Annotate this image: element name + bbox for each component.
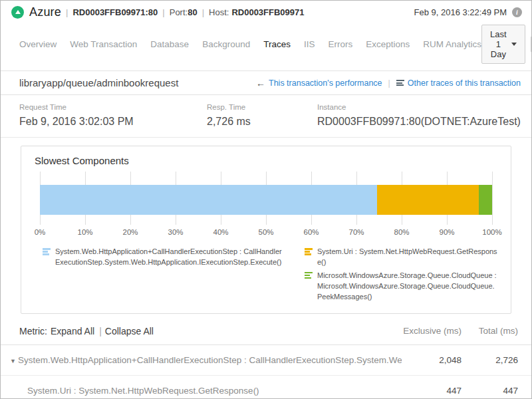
legend-barchart-icon: [43, 248, 51, 268]
info-icon[interactable]: i: [512, 7, 522, 17]
exclusive-ms-value: 447: [402, 386, 462, 396]
host-value: RD0003FFB09971: [231, 7, 304, 17]
total-ms-value: 447: [462, 386, 518, 396]
tab-strip: OverviewWeb TransactionDatabaseBackgroun…: [19, 39, 481, 49]
request-time-field: Request Time Feb 9, 2016 3:02:03 PM: [19, 103, 207, 128]
exclusive-ms-value: 2,048: [402, 355, 462, 365]
top-header: Azure | RD0003FFB09971:80 | Port: 80 | H…: [1, 1, 531, 21]
table-row: ▼System.Web.HttpApplication+CallHandlerE…: [1, 345, 531, 376]
tab-database[interactable]: Database: [150, 39, 189, 49]
app-logo-icon: [11, 6, 24, 19]
nav-bar: OverviewWeb TransactionDatabaseBackgroun…: [1, 21, 531, 71]
column-header-total: Total (ms): [462, 326, 518, 336]
header-separator: |: [202, 7, 204, 17]
trace-summary: Request Time Feb 9, 2016 3:02:03 PM Resp…: [1, 95, 531, 138]
transaction-row: libraryapp/queue/adminbookrequest ← This…: [1, 71, 531, 95]
tab-errors[interactable]: Errors: [328, 39, 352, 49]
instance-value: RD0003FFB09971:80(DOTNET:AzureTest): [317, 116, 521, 128]
metric-separator: |: [99, 326, 102, 336]
header-separator: |: [162, 7, 164, 17]
x-tick-label: 100%: [482, 228, 501, 236]
request-time-label: Request Time: [19, 103, 207, 111]
other-traces-link[interactable]: Other traces of this transaction: [396, 78, 521, 88]
total-ms-value: 2,726: [462, 355, 518, 365]
stacked-bar-chart: [40, 172, 492, 225]
table-row: System.Uri : System.Net.HttpWebRequest.G…: [1, 376, 531, 399]
resp-time-label: Resp. Time: [207, 103, 317, 111]
collapse-all-button[interactable]: Collapse All: [105, 326, 154, 336]
x-tick-label: 0%: [35, 228, 46, 236]
tab-traces[interactable]: Traces: [263, 39, 291, 49]
legend-barchart-icon: [305, 272, 313, 303]
x-axis-ticks: 0%10%20%30%40%50%60%70%80%90%100%: [40, 228, 492, 239]
tab-overview[interactable]: Overview: [19, 39, 57, 49]
resp-time-field: Resp. Time 2,726 ms: [207, 103, 317, 128]
tab-exceptions[interactable]: Exceptions: [366, 39, 410, 49]
chart-title: Slowest Components: [21, 155, 511, 172]
time-range-dropdown[interactable]: Last 1 Day: [481, 25, 525, 64]
header-separator: |: [66, 7, 68, 17]
metric-name[interactable]: System.Uri : System.Net.HttpWebRequest.G…: [27, 386, 259, 396]
slowest-components-card: Slowest Components 0%10%20%30%40%50%60%7…: [21, 146, 511, 314]
legend-barchart-icon: [305, 248, 313, 268]
transaction-name: libraryapp/queue/adminbookrequest: [19, 77, 178, 88]
x-tick-label: 90%: [439, 228, 454, 236]
gridline: [492, 172, 493, 225]
legend-item: System.Uri : System.Net.HttpWebRequest.G…: [305, 247, 497, 268]
legend-label: System.Uri : System.Net.HttpWebRequest.G…: [317, 247, 497, 268]
metric-table-body: ▼System.Web.HttpApplication+CallHandlerE…: [1, 345, 531, 399]
tab-web-transaction[interactable]: Web Transaction: [70, 39, 137, 49]
port-value: 80: [188, 7, 197, 17]
tab-background[interactable]: Background: [202, 39, 250, 49]
legend-label: Microsoft.WindowsAzure.Storage.Queue.Clo…: [317, 271, 497, 303]
link-separator: |: [388, 78, 390, 88]
transaction-performance-link[interactable]: ← This transaction's performance: [256, 78, 382, 88]
column-header-exclusive: Exclusive (ms): [402, 326, 462, 336]
x-tick-label: 70%: [348, 228, 364, 236]
bar-segment[interactable]: [479, 185, 492, 215]
x-tick-label: 10%: [77, 228, 92, 236]
x-tick-label: 30%: [168, 228, 183, 236]
legend-item: System.Web.HttpApplication+CallHandlerEx…: [43, 247, 282, 268]
stacked-bar: [40, 185, 492, 215]
instance-field: Instance RD0003FFB09971:80(DOTNET:AzureT…: [317, 103, 521, 128]
legend-item: Microsoft.WindowsAzure.Storage.Queue.Clo…: [305, 271, 497, 303]
metric-label: Metric:: [19, 326, 47, 336]
legend-label: System.Web.HttpApplication+CallHandlerEx…: [55, 247, 282, 268]
app-name: Azure: [29, 5, 61, 19]
expand-all-button[interactable]: Expand All: [51, 326, 94, 336]
x-tick-label: 80%: [394, 228, 409, 236]
metric-name[interactable]: System.Web.HttpApplication+CallHandlerEx…: [18, 355, 402, 365]
time-range-label: Last 1 Day: [490, 29, 507, 59]
host-label: Host:: [209, 7, 229, 17]
bar-segment[interactable]: [40, 185, 377, 215]
tab-iis[interactable]: IIS: [304, 39, 315, 49]
chart-legend: System.Web.HttpApplication+CallHandlerEx…: [21, 239, 511, 307]
trace-list-icon: [396, 80, 404, 86]
chevron-down-icon: [511, 43, 517, 46]
tab-rum-analytics[interactable]: RUM Analytics: [423, 39, 481, 49]
apm-trace-page: Azure | RD0003FFB09971:80 | Port: 80 | H…: [0, 0, 532, 399]
monitor-name: RD0003FFB09971:80: [72, 7, 158, 17]
bar-segment[interactable]: [377, 185, 478, 215]
metric-table-header: Metric: Expand All | Collapse All Exclus…: [1, 317, 531, 345]
x-tick-label: 50%: [258, 228, 273, 236]
request-time-value: Feb 9, 2016 3:02:03 PM: [19, 116, 207, 128]
x-tick-label: 40%: [213, 228, 228, 236]
back-arrow-icon: ←: [256, 78, 265, 88]
resp-time-value: 2,726 ms: [207, 116, 317, 128]
current-timestamp: Feb 9, 2016 3:22:49 PM: [414, 7, 507, 17]
port-label: Port:: [170, 7, 188, 17]
collapse-caret-icon[interactable]: ▼: [10, 358, 18, 364]
x-tick-label: 20%: [122, 228, 138, 236]
instance-label: Instance: [317, 103, 521, 111]
x-tick-label: 60%: [303, 228, 319, 236]
